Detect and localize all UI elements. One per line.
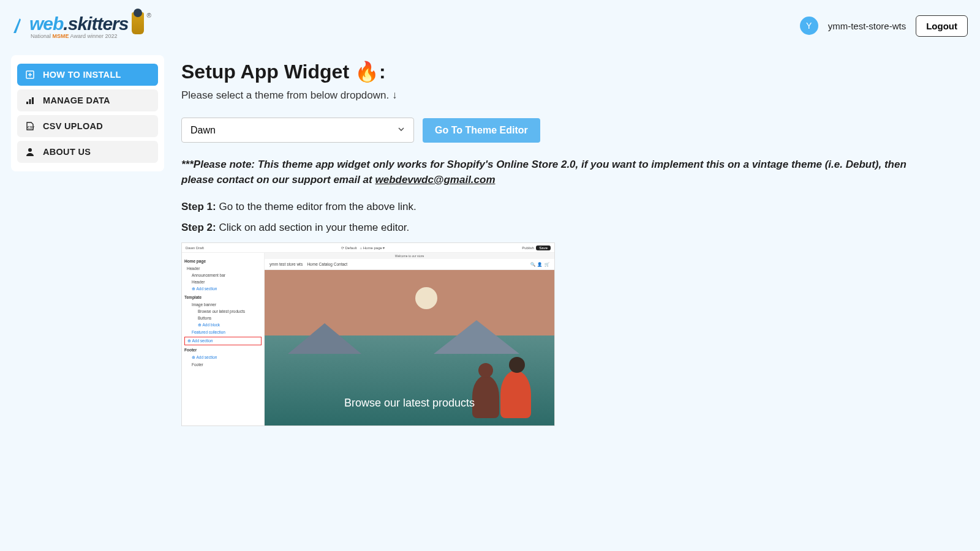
sidebar-item-about-us[interactable]: ABOUT US — [17, 141, 158, 163]
sidebar-item-how-to-install[interactable]: HOW TO INSTALL — [17, 64, 158, 86]
page-title: Setup App Widget 🔥: — [181, 60, 962, 83]
sidebar-item-label: CSV UPLOAD — [43, 121, 103, 131]
theme-editor-screenshot: Dawn Draft ⟳ Default ⌂ Home page ▾ Publi… — [181, 242, 555, 426]
user-avatar[interactable]: Y — [800, 17, 818, 35]
support-email-link[interactable]: webdevwdc@gmail.com — [375, 174, 495, 186]
main-content: Setup App Widget 🔥: Please select a them… — [181, 55, 969, 426]
sidebar-item-manage-data[interactable]: MANAGE DATA — [17, 89, 158, 111]
step-2: Step 2: Click on add section in your the… — [181, 222, 962, 234]
page-subtitle: Please select a theme from below dropdow… — [181, 89, 962, 102]
theme-select[interactable]: Dawn — [181, 118, 414, 143]
sidebar-item-label: HOW TO INSTALL — [43, 70, 121, 80]
logo-tagline: National MSME Award winner 2022 — [31, 33, 117, 39]
trophy-icon — [132, 12, 144, 34]
logout-button[interactable]: Logout — [916, 15, 968, 37]
svg-text:CSV: CSV — [28, 126, 35, 129]
svg-rect-2 — [29, 99, 31, 104]
svg-rect-3 — [32, 97, 34, 104]
step-1: Step 1: Go to the theme editor from the … — [181, 201, 962, 213]
logo-swoosh-icon — [12, 16, 28, 34]
go-to-theme-editor-button[interactable]: Go To Theme Editor — [423, 118, 540, 143]
csv-icon: CSV — [24, 121, 36, 132]
store-name-label: ymm-test-store-wts — [828, 21, 907, 31]
install-icon — [24, 69, 36, 80]
logo-text-secondary: skitters — [68, 13, 129, 34]
svg-rect-1 — [26, 102, 28, 104]
sidebar: HOW TO INSTALL MANAGE DATA CSV CSV UPLOA… — [11, 55, 164, 171]
about-icon — [24, 146, 36, 157]
registered-mark: ® — [146, 12, 151, 19]
screenshot-sidebar: Home page Header Announcement bar Header… — [182, 253, 265, 425]
sidebar-item-label: ABOUT US — [43, 147, 91, 157]
logo-text-primary: web — [29, 13, 63, 34]
compatibility-note: ***Please note: This theme app widget on… — [181, 157, 935, 187]
sidebar-item-csv-upload[interactable]: CSV CSV UPLOAD — [17, 115, 158, 137]
sidebar-item-label: MANAGE DATA — [43, 96, 110, 105]
svg-point-5 — [28, 148, 32, 152]
data-icon — [24, 95, 36, 106]
screenshot-hero: Browse our latest products — [265, 270, 554, 425]
screenshot-add-section-highlighted: ⊕ Add section — [184, 337, 262, 345]
app-header: web.skitters ® National MSME Award winne… — [0, 0, 980, 44]
brand-logo: web.skitters ® National MSME Award winne… — [12, 12, 151, 39]
